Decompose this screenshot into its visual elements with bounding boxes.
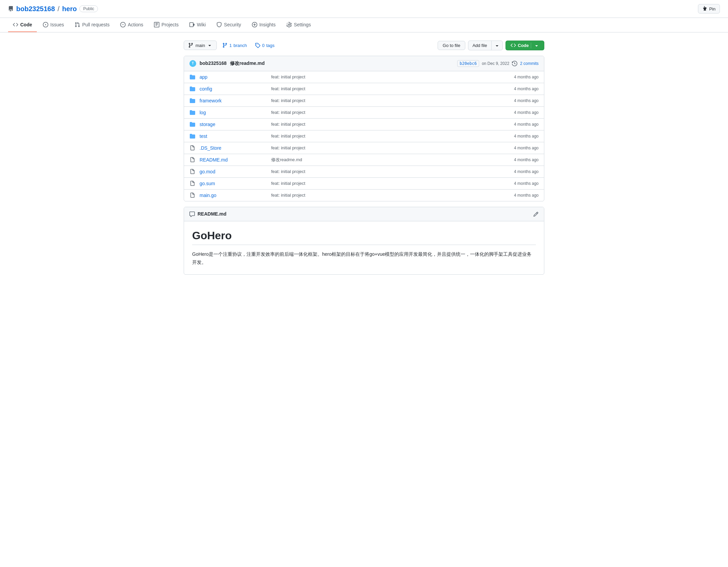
- tab-pull-requests-label: Pull requests: [82, 22, 109, 27]
- readme-list-icon: [189, 211, 195, 217]
- file-time: 4 months ago: [514, 193, 539, 198]
- file-time: 4 months ago: [514, 98, 539, 103]
- commit-meta: b20ebc6 on Dec 9, 2022 2 commits: [457, 60, 539, 67]
- pin-button[interactable]: Pin: [698, 4, 720, 14]
- tag-count-link[interactable]: 0 tags: [252, 41, 277, 50]
- commit-author-name[interactable]: bob2325168: [200, 60, 227, 66]
- file-commit-message: feat: initial project: [271, 169, 510, 174]
- file-name[interactable]: log: [200, 110, 267, 115]
- file-time: 4 months ago: [514, 134, 539, 139]
- branch-name: main: [196, 43, 205, 48]
- tab-issues[interactable]: Issues: [38, 18, 69, 32]
- table-row: logfeat: initial project4 months ago: [184, 107, 544, 119]
- tab-wiki-label: Wiki: [197, 22, 206, 27]
- code-button[interactable]: Code: [505, 41, 545, 50]
- settings-icon: [286, 22, 292, 27]
- tab-actions[interactable]: Actions: [115, 18, 148, 32]
- folder-icon: [189, 74, 196, 80]
- branch-count-link[interactable]: 1 branch: [219, 41, 250, 50]
- file-commit-message: feat: initial project: [271, 98, 510, 103]
- table-row: .DS_Storefeat: initial project4 months a…: [184, 142, 544, 154]
- add-file-chevron-icon: [494, 43, 500, 48]
- file-name[interactable]: .DS_Store: [200, 145, 267, 151]
- commit-hash[interactable]: b20ebc6: [457, 60, 479, 67]
- repo-separator: /: [58, 5, 60, 13]
- file-commit-message: feat: initial project: [271, 122, 510, 127]
- table-row: README.md修改readme.md4 months ago: [184, 154, 544, 166]
- file-name[interactable]: go.mod: [200, 169, 267, 174]
- readme-paragraph: GoHero是一个注重协议，注重开发效率的前后端一体化框架。hero框架的目标在…: [192, 250, 536, 267]
- pull-request-icon: [75, 22, 80, 27]
- code-icon: [13, 22, 18, 27]
- file-time: 4 months ago: [514, 181, 539, 186]
- table-row: configfeat: initial project4 months ago: [184, 83, 544, 95]
- add-file-label: Add file: [468, 41, 491, 50]
- go-to-file-button[interactable]: Go to file: [438, 41, 465, 50]
- tab-code[interactable]: Code: [8, 18, 37, 32]
- repo-owner[interactable]: bob2325168: [16, 5, 55, 13]
- file-time: 4 months ago: [514, 157, 539, 162]
- code-btn-label: Code: [518, 43, 529, 48]
- table-row: frameworkfeat: initial project4 months a…: [184, 95, 544, 107]
- commits-history-icon: [512, 61, 517, 66]
- file-icon: [189, 157, 196, 163]
- tab-settings[interactable]: Settings: [282, 18, 316, 32]
- commits-count[interactable]: 2 commits: [520, 61, 539, 66]
- commit-author: bob2325168 修改readme.md: [200, 60, 454, 67]
- repo-name[interactable]: hero: [62, 5, 77, 13]
- tab-insights[interactable]: Insights: [247, 18, 280, 32]
- file-time: 4 months ago: [514, 87, 539, 91]
- table-row: main.gofeat: initial project4 months ago: [184, 190, 544, 201]
- table-row: go.sumfeat: initial project4 months ago: [184, 178, 544, 190]
- repo-title: bob2325168 / hero Public: [8, 5, 98, 13]
- file-name[interactable]: framework: [200, 98, 267, 103]
- tab-pull-requests[interactable]: Pull requests: [70, 18, 114, 32]
- add-file-button[interactable]: Add file: [468, 41, 502, 50]
- tab-insights-label: Insights: [259, 22, 276, 27]
- code-btn-chevron-icon: [534, 43, 539, 48]
- file-icon: [189, 180, 196, 187]
- toolbar-right: Go to file Add file Code: [438, 41, 544, 50]
- tag-label: tags: [266, 43, 275, 48]
- branch-selector[interactable]: main: [184, 41, 217, 50]
- file-icon: [189, 145, 196, 151]
- file-commit-message: feat: initial project: [271, 133, 510, 139]
- file-name[interactable]: config: [200, 86, 267, 92]
- tab-wiki[interactable]: Wiki: [185, 18, 210, 32]
- security-icon: [216, 22, 222, 27]
- file-name[interactable]: README.md: [200, 157, 267, 163]
- table-row: go.modfeat: initial project4 months ago: [184, 166, 544, 178]
- tab-actions-label: Actions: [128, 22, 143, 27]
- issues-icon: [43, 22, 48, 27]
- tab-code-label: Code: [20, 22, 32, 27]
- branch-label: branch: [233, 43, 247, 48]
- add-file-caret[interactable]: [491, 41, 502, 50]
- file-rows: appfeat: initial project4 months agoconf…: [184, 71, 544, 201]
- tab-security-label: Security: [224, 22, 241, 27]
- file-time: 4 months ago: [514, 146, 539, 150]
- file-commit-message: feat: initial project: [271, 86, 510, 91]
- file-name[interactable]: go.sum: [200, 181, 267, 186]
- file-name[interactable]: storage: [200, 122, 267, 127]
- file-time: 4 months ago: [514, 169, 539, 174]
- toolbar-row: main 1 branch 0 tags Go to file Add file…: [184, 41, 544, 50]
- file-time: 4 months ago: [514, 75, 539, 79]
- folder-icon: [189, 98, 196, 104]
- branch-icon: [188, 43, 193, 48]
- folder-icon: [189, 86, 196, 92]
- tab-security[interactable]: Security: [212, 18, 246, 32]
- tab-projects[interactable]: Projects: [149, 18, 183, 32]
- file-name[interactable]: test: [200, 133, 267, 139]
- file-commit-message: 修改readme.md: [271, 157, 510, 163]
- file-name[interactable]: app: [200, 74, 267, 80]
- file-table: T bob2325168 修改readme.md b20ebc6 on Dec …: [184, 56, 544, 201]
- file-commit-message: feat: initial project: [271, 181, 510, 186]
- folder-icon: [189, 121, 196, 127]
- table-row: storagefeat: initial project4 months ago: [184, 119, 544, 130]
- commit-date: on Dec 9, 2022: [482, 61, 509, 66]
- file-name[interactable]: main.go: [200, 193, 267, 198]
- table-row: appfeat: initial project4 months ago: [184, 71, 544, 83]
- code-btn-caret[interactable]: [531, 43, 539, 48]
- visibility-badge: Public: [79, 5, 98, 12]
- readme-edit-icon[interactable]: [533, 211, 539, 217]
